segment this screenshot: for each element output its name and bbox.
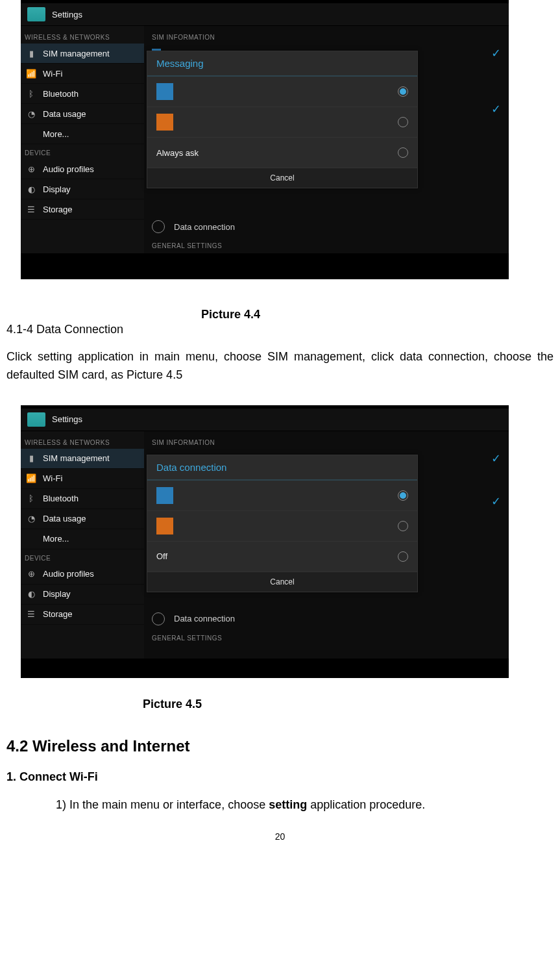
sim-icon: ▮ xyxy=(26,453,36,464)
sim2-color-icon xyxy=(156,114,173,131)
more-icon xyxy=(26,129,36,139)
row-storage-label: Storage xyxy=(43,205,73,214)
row-wifi-label: Wi-Fi xyxy=(43,473,62,483)
radio-selected-icon xyxy=(398,86,408,97)
screenshot-picture-4-5: Settings WIRELESS & NETWORKS ▮ SIM manag… xyxy=(21,405,509,678)
row-data-usage[interactable]: ◔ Data usage xyxy=(21,509,144,529)
dialog-option-off[interactable]: Off xyxy=(147,542,417,572)
row-sim-management[interactable]: ▮ SIM management xyxy=(21,449,144,469)
row-bluetooth-label: Bluetooth xyxy=(43,89,79,99)
dialog-cancel-button[interactable]: Cancel xyxy=(147,572,417,592)
row-audio-profiles[interactable]: ⊕ Audio profiles xyxy=(21,159,144,179)
display-icon: ◐ xyxy=(26,184,36,194)
data-connection-label: Data connection xyxy=(174,222,235,232)
section-heading-4-2: 4.2 Wireless and Internet xyxy=(6,737,554,755)
radio-icon xyxy=(398,117,408,127)
audio-icon: ⊕ xyxy=(26,164,36,174)
row-more[interactable]: More... xyxy=(21,124,144,144)
cancel-label: Cancel xyxy=(270,577,294,586)
settings-title-bar: Settings xyxy=(21,3,509,26)
display-icon: ◐ xyxy=(26,589,36,599)
category-wireless: WIRELESS & NETWORKS xyxy=(21,434,144,449)
data-usage-icon: ◔ xyxy=(26,108,36,119)
globe-icon xyxy=(152,220,165,233)
row-data-usage[interactable]: ◔ Data usage xyxy=(21,104,144,124)
right-header-sim-info: SIM INFORMATION xyxy=(144,435,509,450)
row-audio-label: Audio profiles xyxy=(43,569,94,579)
row-storage-label: Storage xyxy=(43,609,73,619)
sim1-color-icon xyxy=(156,487,173,504)
row-audio-profiles[interactable]: ⊕ Audio profiles xyxy=(21,564,144,585)
row-data-label: Data usage xyxy=(43,514,86,523)
dialog-option-sim1[interactable] xyxy=(147,77,417,107)
data-usage-icon: ◔ xyxy=(26,514,36,524)
category-device: DEVICE xyxy=(21,549,144,564)
settings-app-icon xyxy=(27,412,45,427)
audio-icon: ⊕ xyxy=(26,569,36,579)
right-header-general: GENERAL SETTINGS xyxy=(144,238,509,253)
row-sim-label: SIM management xyxy=(43,49,110,58)
messaging-dialog: Messaging Always ask Cancel xyxy=(147,51,418,188)
right-header-general: GENERAL SETTINGS xyxy=(144,631,509,646)
dialog-option-always-ask[interactable]: Always ask xyxy=(147,138,417,168)
step1-part-a: 1) In the main menu or interface, choose xyxy=(56,798,269,811)
right-header-sim-info: SIM INFORMATION xyxy=(144,30,509,45)
dialog-option-sim1[interactable] xyxy=(147,481,417,511)
settings-title-bar: Settings xyxy=(21,409,509,431)
sim1-color-icon xyxy=(156,83,173,100)
dialog-cancel-button[interactable]: Cancel xyxy=(147,168,417,188)
globe-icon xyxy=(152,612,165,625)
data-connection-row[interactable]: Data connection xyxy=(144,215,509,238)
radio-selected-icon xyxy=(398,490,408,501)
data-connection-row[interactable]: Data connection xyxy=(144,607,509,631)
cancel-label: Cancel xyxy=(270,173,294,182)
row-display[interactable]: ◐ Display xyxy=(21,585,144,605)
radio-icon xyxy=(398,147,408,158)
dialog-option-sim2[interactable] xyxy=(147,107,417,138)
screenshot-picture-4-4: Settings WIRELESS & NETWORKS ▮ SIM manag… xyxy=(21,0,509,279)
step1-part-c: application procedure. xyxy=(307,798,425,811)
subsection-title: 4.1-4 Data Connection xyxy=(6,323,554,336)
check-icon: ✓ xyxy=(491,102,501,116)
caption-picture-4-4: Picture 4.4 xyxy=(6,308,554,321)
check-icon: ✓ xyxy=(491,451,501,466)
storage-icon: ☰ xyxy=(26,609,36,620)
settings-app-icon xyxy=(27,7,45,21)
wifi-icon: 📶 xyxy=(26,473,36,484)
wifi-icon: 📶 xyxy=(26,68,36,79)
settings-title-text: Settings xyxy=(52,414,82,424)
data-connection-dialog: Data connection Off Cancel xyxy=(147,455,418,592)
radio-icon xyxy=(398,521,408,531)
dialog-option-sim2[interactable] xyxy=(147,511,417,542)
caption-picture-4-5: Picture 4.5 xyxy=(6,698,554,711)
settings-title-text: Settings xyxy=(52,10,82,19)
row-wifi[interactable]: 📶 Wi-Fi xyxy=(21,469,144,489)
dialog-title: Messaging xyxy=(147,51,417,77)
row-display[interactable]: ◐ Display xyxy=(21,179,144,199)
row-bluetooth[interactable]: ᛒ Bluetooth xyxy=(21,489,144,509)
row-display-label: Display xyxy=(43,589,71,599)
check-icon: ✓ xyxy=(491,46,501,60)
category-device: DEVICE xyxy=(21,144,144,159)
more-icon xyxy=(26,534,36,544)
sim2-color-icon xyxy=(156,518,173,535)
paragraph-4-1-4: Click setting application in main menu, … xyxy=(6,348,554,384)
row-storage[interactable]: ☰ Storage xyxy=(21,605,144,625)
dialog-opt3-label: Always ask xyxy=(156,148,199,158)
category-wireless: WIRELESS & NETWORKS xyxy=(21,29,144,44)
connect-wifi-heading: 1. Connect Wi-Fi xyxy=(6,768,554,786)
row-bluetooth[interactable]: ᛒ Bluetooth xyxy=(21,84,144,104)
row-more-label: More... xyxy=(43,129,69,139)
row-audio-label: Audio profiles xyxy=(43,164,94,174)
bluetooth-icon: ᛒ xyxy=(26,88,36,99)
row-wifi[interactable]: 📶 Wi-Fi xyxy=(21,64,144,84)
row-storage[interactable]: ☰ Storage xyxy=(21,199,144,220)
page-number: 20 xyxy=(6,831,554,842)
data-connection-label: Data connection xyxy=(174,614,235,623)
row-more[interactable]: More... xyxy=(21,529,144,549)
row-display-label: Display xyxy=(43,184,71,194)
row-sim-management[interactable]: ▮ SIM management xyxy=(21,44,144,64)
check-icon: ✓ xyxy=(491,494,501,509)
bluetooth-icon: ᛒ xyxy=(26,494,36,504)
row-bluetooth-label: Bluetooth xyxy=(43,494,79,503)
